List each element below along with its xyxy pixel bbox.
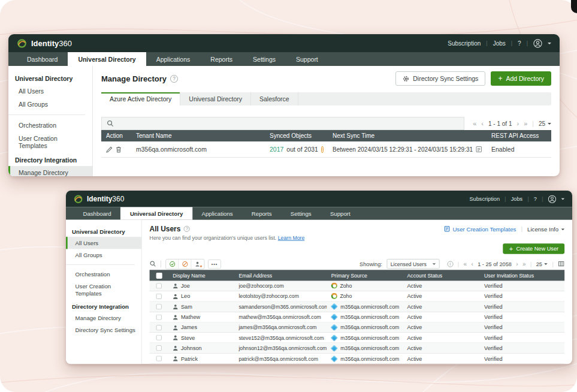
user-row[interactable]: Mathew mathew@m356qa.onmicrosoft.com m35…	[150, 312, 565, 322]
delete-icon[interactable]	[116, 146, 122, 153]
sidebar-item[interactable]: User Creation Templates	[66, 281, 141, 299]
row-checkbox[interactable]	[156, 294, 162, 299]
row-checkbox[interactable]	[156, 345, 162, 351]
nav-tab[interactable]: Dashboard	[17, 52, 68, 66]
last-page-button[interactable]: »	[522, 261, 526, 267]
next-page-button[interactable]: ›	[516, 120, 519, 127]
disable-users-button[interactable]	[179, 259, 191, 269]
user-row[interactable]: Joe joe@zohocorp.com Zoho Active Verifie…	[150, 281, 565, 291]
avatar-icon[interactable]	[548, 195, 557, 203]
sidebar-item[interactable]: Orchestration	[8, 119, 92, 132]
help-link[interactable]: ?	[518, 40, 521, 47]
sidebar-item[interactable]: All Groups	[8, 98, 92, 111]
row-checkbox[interactable]	[156, 314, 162, 319]
delete-users-button[interactable]	[191, 259, 204, 269]
user-row[interactable]: James james@m356qa.onmicrosoft.com m356q…	[150, 322, 565, 333]
separator: |	[552, 261, 553, 267]
nav-tab[interactable]: Settings	[281, 207, 321, 220]
help-icon[interactable]: ?	[184, 226, 190, 232]
sidebar-item[interactable]: User Creation Templates	[8, 132, 92, 152]
next-page-button[interactable]: ›	[516, 261, 518, 267]
row-checkbox[interactable]	[156, 335, 162, 340]
learn-more-link[interactable]: Learn More	[278, 234, 305, 240]
column-header: Account Status	[403, 272, 480, 278]
nav-tab[interactable]: Universal Directory	[120, 207, 192, 220]
separator: |	[532, 120, 534, 127]
user-row[interactable]: Steve steve152@m356qa.onmicrosoft.com m3…	[150, 333, 565, 343]
sidebar-item[interactable]: All Users	[8, 85, 92, 98]
user-row[interactable]: Leo leotolstoy@zohocorp.com Zoho Active …	[150, 291, 565, 301]
info-icon[interactable]: i	[447, 261, 453, 267]
synced-count-link[interactable]: 2017	[270, 146, 283, 153]
sidebar-item[interactable]: Universal Directory	[66, 224, 141, 237]
help-link[interactable]: ?	[534, 196, 537, 202]
sidebar-item[interactable]: Directory Sync Settings	[66, 324, 141, 336]
sidebar-item[interactable]: Orchestration	[66, 269, 141, 281]
jobs-link[interactable]: Jobs	[493, 40, 506, 47]
user-row[interactable]: Patrick patrick@m356qa.onmicrosoft.com m…	[150, 354, 565, 364]
edit-icon[interactable]	[106, 146, 113, 153]
sidebar-item[interactable]: Manage Directory	[66, 312, 141, 324]
sidebar-item[interactable]: Directory Integration	[8, 152, 92, 166]
row-checkbox[interactable]	[156, 325, 162, 330]
create-new-user-button[interactable]: + Create New User	[503, 243, 565, 254]
last-page-button[interactable]: »	[524, 120, 527, 127]
sidebar-item[interactable]: Manage Directory	[8, 166, 92, 176]
nav-tab[interactable]: Universal Directory	[68, 52, 146, 66]
page-size-select[interactable]: 25	[536, 261, 548, 267]
search-icon[interactable]	[150, 261, 156, 267]
prev-page-button[interactable]: ‹	[481, 120, 484, 127]
directory-tab[interactable]: Azure Active Directory	[101, 92, 180, 105]
sync-report-icon[interactable]	[476, 146, 482, 153]
nav-tab[interactable]: Applications	[192, 207, 242, 220]
help-icon[interactable]: ?	[170, 75, 178, 83]
brand: Identity360	[17, 38, 72, 49]
warning-icon[interactable]: !	[321, 146, 324, 153]
user-filter-select[interactable]: Licensed Users	[386, 259, 439, 269]
user-row[interactable]: Johnson johnson12@m356qa.onmicrosoft.com…	[150, 343, 565, 354]
nav-tab[interactable]: Reports	[200, 52, 243, 66]
first-page-button[interactable]: «	[473, 120, 476, 127]
column-header-label: REST API Access	[491, 132, 539, 139]
user-creation-templates-link[interactable]: User Creation Templates	[444, 225, 516, 232]
column-settings-icon[interactable]	[558, 261, 564, 267]
avatar-caret-icon[interactable]	[561, 198, 565, 202]
nav-tab[interactable]: Applications	[146, 52, 201, 66]
add-directory-button[interactable]: + Add Directory	[491, 71, 551, 86]
subscription-link[interactable]: Subscription	[448, 40, 481, 47]
row-checkbox[interactable]	[156, 304, 162, 309]
nav-tab[interactable]: Reports	[242, 207, 281, 220]
row-select-cell	[150, 304, 168, 309]
sidebar-item[interactable]	[8, 114, 85, 115]
select-all-checkbox[interactable]	[156, 272, 162, 278]
source-icon	[331, 283, 337, 289]
sidebar-item-label: Universal Directory	[72, 228, 125, 234]
avatar-caret-icon[interactable]	[548, 43, 551, 46]
subscription-link[interactable]: Subscription	[469, 196, 500, 202]
nav-tab[interactable]: Support	[286, 52, 328, 66]
sidebar-item[interactable]	[66, 264, 135, 265]
sidebar-item[interactable]: All Groups	[66, 249, 141, 261]
license-info-dropdown[interactable]: License Info	[527, 225, 564, 232]
nav-tab[interactable]: Support	[321, 207, 360, 220]
sidebar-item[interactable]: Universal Directory	[8, 71, 92, 85]
directory-tab[interactable]: Universal Directory	[180, 92, 251, 105]
prev-page-button[interactable]: ‹	[471, 261, 473, 267]
enable-users-button[interactable]	[166, 259, 179, 269]
template-icon	[444, 226, 450, 232]
more-actions-button[interactable]: •••	[208, 259, 221, 269]
sidebar-item[interactable]: Directory Integration	[66, 299, 141, 312]
first-page-button[interactable]: «	[463, 261, 467, 267]
directory-sync-settings-button[interactable]: Directory Sync Settings	[395, 71, 485, 86]
row-checkbox[interactable]	[156, 283, 162, 288]
avatar-icon[interactable]	[533, 39, 542, 48]
page-size-select[interactable]: 25	[539, 120, 551, 127]
jobs-link[interactable]: Jobs	[511, 196, 522, 202]
directory-tab[interactable]: Salesforce	[251, 92, 298, 105]
nav-tab[interactable]: Settings	[243, 52, 286, 66]
sidebar-item[interactable]: All Users	[66, 237, 141, 249]
user-row[interactable]: Sam samanderson@m365.onmicrosoft.com m35…	[150, 301, 565, 312]
row-checkbox[interactable]	[156, 356, 162, 361]
nav-tab[interactable]: Dashboard	[74, 207, 120, 220]
search-input[interactable]	[101, 117, 464, 130]
